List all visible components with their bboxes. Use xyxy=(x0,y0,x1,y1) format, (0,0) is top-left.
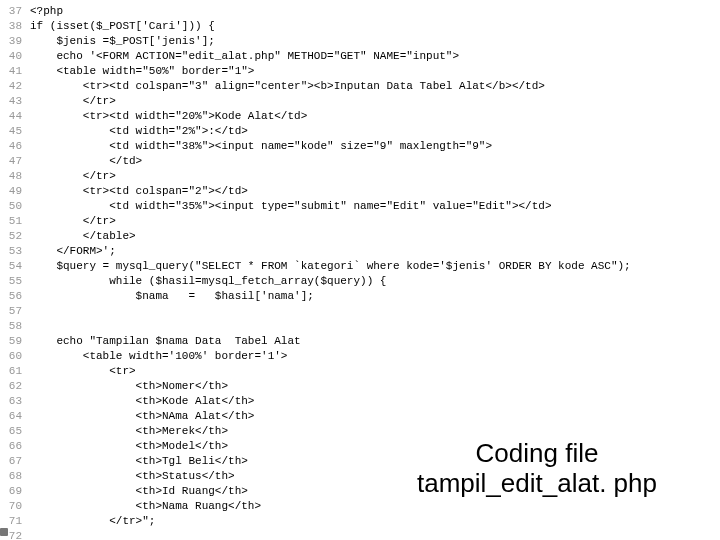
line-number: 43 xyxy=(0,94,22,109)
code-line: echo "Tampilan $nama Data Tabel Alat xyxy=(30,334,720,349)
line-number: 53 xyxy=(0,244,22,259)
line-number: 42 xyxy=(0,79,22,94)
code-line: <td width="2%">:</td> xyxy=(30,124,720,139)
line-number: 64 xyxy=(0,409,22,424)
code-line: $nama = $hasil['nama']; xyxy=(30,289,720,304)
line-number: 68 xyxy=(0,469,22,484)
code-line: </FORM>'; xyxy=(30,244,720,259)
line-number: 39 xyxy=(0,34,22,49)
code-line: </td> xyxy=(30,154,720,169)
line-number: 45 xyxy=(0,124,22,139)
line-number: 38 xyxy=(0,19,22,34)
code-line: <?php xyxy=(30,4,720,19)
caption-line-2: tampil_edit_alat. php xyxy=(382,468,692,498)
code-line: <th>Nama Ruang</th> xyxy=(30,499,720,514)
line-number: 49 xyxy=(0,184,22,199)
line-number: 48 xyxy=(0,169,22,184)
code-line: </tr> xyxy=(30,169,720,184)
code-line xyxy=(30,529,720,540)
code-line: <th>Kode Alat</th> xyxy=(30,394,720,409)
code-line: <table width='100%' border='1'> xyxy=(30,349,720,364)
code-line: $query = mysql_query("SELECT * FROM `kat… xyxy=(30,259,720,274)
line-number: 59 xyxy=(0,334,22,349)
line-number: 69 xyxy=(0,484,22,499)
code-line: <tr><td width="20%">Kode Alat</td> xyxy=(30,109,720,124)
line-number: 41 xyxy=(0,64,22,79)
code-line: <tr><td colspan="3" align="center"><b>In… xyxy=(30,79,720,94)
code-line: <table width="50%" border="1"> xyxy=(30,64,720,79)
line-number: 65 xyxy=(0,424,22,439)
line-number: 63 xyxy=(0,394,22,409)
line-number: 57 xyxy=(0,304,22,319)
code-line: echo '<FORM ACTION="edit_alat.php" METHO… xyxy=(30,49,720,64)
line-number: 67 xyxy=(0,454,22,469)
line-number: 71 xyxy=(0,514,22,529)
code-line: </table> xyxy=(30,229,720,244)
line-number: 58 xyxy=(0,319,22,334)
bullet-marker xyxy=(0,528,8,536)
code-line: <th>Nomer</th> xyxy=(30,379,720,394)
code-line: <td width="38%"><input name="kode" size=… xyxy=(30,139,720,154)
line-number: 54 xyxy=(0,259,22,274)
code-line: </tr>"; xyxy=(30,514,720,529)
code-line: <tr> xyxy=(30,364,720,379)
line-number: 46 xyxy=(0,139,22,154)
line-number: 47 xyxy=(0,154,22,169)
code-line: $jenis =$_POST['jenis']; xyxy=(30,34,720,49)
line-number: 66 xyxy=(0,439,22,454)
code-line: <td width="35%"><input type="submit" nam… xyxy=(30,199,720,214)
line-number: 61 xyxy=(0,364,22,379)
line-number: 52 xyxy=(0,229,22,244)
code-line xyxy=(30,304,720,319)
line-number: 70 xyxy=(0,499,22,514)
line-number: 40 xyxy=(0,49,22,64)
line-number: 50 xyxy=(0,199,22,214)
code-line: <th>Merek</th> xyxy=(30,424,720,439)
line-number: 51 xyxy=(0,214,22,229)
line-number: 62 xyxy=(0,379,22,394)
code-line: while ($hasil=mysql_fetch_array($query))… xyxy=(30,274,720,289)
line-number: 60 xyxy=(0,349,22,364)
line-number: 55 xyxy=(0,274,22,289)
line-number: 56 xyxy=(0,289,22,304)
code-line xyxy=(30,319,720,334)
code-line: </tr> xyxy=(30,214,720,229)
line-number: 37 xyxy=(0,4,22,19)
code-line: if (isset($_POST['Cari'])) { xyxy=(30,19,720,34)
line-number: 44 xyxy=(0,109,22,124)
code-line: </tr> xyxy=(30,94,720,109)
slide-caption: Coding file tampil_edit_alat. php xyxy=(382,438,692,498)
code-line: <tr><td colspan="2"></td> xyxy=(30,184,720,199)
caption-line-1: Coding file xyxy=(382,438,692,468)
code-line: <th>NAma Alat</th> xyxy=(30,409,720,424)
line-number-gutter: 3738394041424344454647484950515253545556… xyxy=(0,4,30,540)
